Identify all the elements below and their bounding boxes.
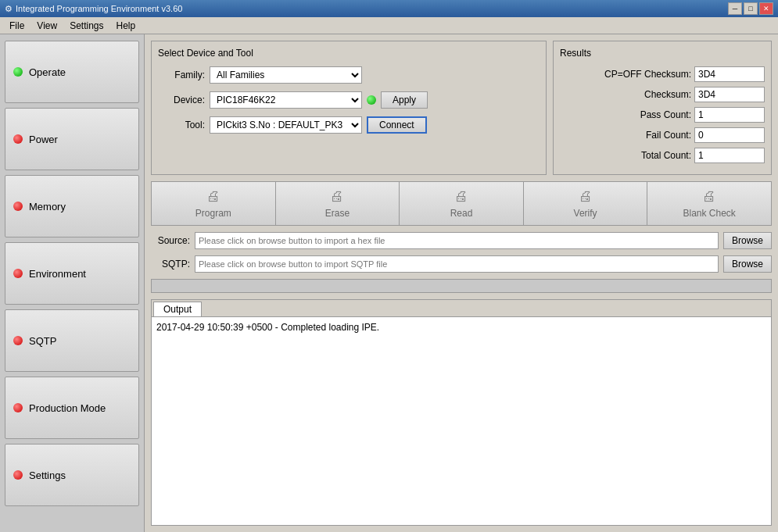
- checksum-cpoff-value[interactable]: [694, 66, 765, 82]
- pass-count-value[interactable]: [694, 107, 765, 123]
- read-icon: 🖨: [454, 188, 468, 205]
- power-label: Power: [29, 134, 58, 145]
- sqtp-row: SQTP: Browse: [151, 255, 772, 273]
- main-layout: Operate Power Memory Environment SQTP Pr…: [0, 34, 778, 532]
- sidebar: Operate Power Memory Environment SQTP Pr…: [0, 34, 145, 532]
- environment-status-dot: [13, 269, 23, 278]
- operate-status-dot: [13, 67, 23, 77]
- sqtp-label: SQTP: [29, 335, 56, 347]
- erase-label: Erase: [325, 208, 350, 219]
- apply-button[interactable]: Apply: [381, 91, 428, 109]
- verify-label: Verify: [574, 208, 597, 219]
- sidebar-item-sqtp[interactable]: SQTP: [5, 309, 139, 372]
- results-title: Results: [560, 48, 765, 59]
- close-button[interactable]: ✕: [759, 2, 773, 15]
- sidebar-item-settings[interactable]: Settings: [5, 444, 139, 506]
- settings-label: Settings: [29, 470, 66, 481]
- production-mode-label: Production Mode: [29, 402, 106, 414]
- family-label: Family:: [158, 70, 205, 80]
- pass-count-label: Pass Count:: [560, 109, 691, 120]
- source-input[interactable]: [195, 232, 719, 249]
- read-button[interactable]: 🖨 Read: [400, 182, 524, 225]
- output-panel: Output 2017-04-29 10:50:39 +0500 - Compl…: [151, 299, 772, 526]
- verify-icon: 🖨: [579, 188, 593, 205]
- result-row-total: Total Count:: [560, 148, 765, 163]
- fail-count-label: Fail Count:: [560, 130, 691, 141]
- result-row-fail: Fail Count:: [560, 127, 765, 143]
- program-label: Program: [195, 208, 231, 219]
- result-row-pass: Pass Count:: [560, 107, 765, 123]
- program-icon: 🖨: [206, 188, 220, 205]
- menu-help[interactable]: Help: [110, 19, 142, 33]
- erase-icon: 🖨: [330, 188, 344, 205]
- device-select[interactable]: PIC18F46K22: [210, 91, 362, 109]
- content-area: Select Device and Tool Family: All Famil…: [145, 34, 778, 532]
- app-icon: ⚙: [5, 4, 13, 14]
- total-count-label: Total Count:: [560, 150, 691, 161]
- settings-status-dot: [13, 470, 23, 480]
- environment-label: Environment: [29, 268, 86, 280]
- checksum-label: Checksum:: [560, 89, 691, 100]
- sidebar-item-power[interactable]: Power: [5, 108, 139, 170]
- restore-button[interactable]: □: [744, 2, 758, 15]
- sqtp-input[interactable]: [195, 255, 719, 273]
- memory-status-dot: [13, 202, 23, 211]
- tool-select[interactable]: PICkit3 S.No : DEFAULT_PK3: [210, 116, 362, 134]
- source-browse-button[interactable]: Browse: [723, 232, 772, 249]
- menu-file[interactable]: File: [3, 19, 30, 33]
- output-tab-bar: Output: [152, 300, 771, 317]
- device-label: Device:: [158, 95, 205, 105]
- output-content: 2017-04-29 10:50:39 +0500 - Completed lo…: [152, 317, 771, 525]
- fail-count-value[interactable]: [694, 127, 765, 143]
- blank-check-button[interactable]: 🖨 Blank Check: [647, 182, 771, 225]
- sqtp-label: SQTP:: [151, 259, 190, 270]
- family-row: Family: All Families: [158, 66, 540, 84]
- blank-check-label: Blank Check: [683, 208, 735, 219]
- tool-label: Tool:: [158, 120, 205, 130]
- program-button[interactable]: 🖨 Program: [152, 182, 276, 225]
- power-status-dot: [13, 134, 23, 144]
- results-panel: Results CP=OFF Checksum: Checksum: Pass …: [553, 41, 772, 175]
- output-tab[interactable]: Output: [153, 302, 202, 316]
- memory-label: Memory: [29, 201, 66, 212]
- menu-settings[interactable]: Settings: [63, 19, 109, 33]
- tool-row: Tool: PICkit3 S.No : DEFAULT_PK3 Connect: [158, 116, 540, 134]
- connect-button[interactable]: Connect: [367, 116, 427, 134]
- sidebar-item-memory[interactable]: Memory: [5, 175, 139, 237]
- sidebar-item-production-mode[interactable]: Production Mode: [5, 377, 139, 439]
- blank-check-icon: 🖨: [702, 188, 716, 205]
- sqtp-status-dot: [13, 336, 23, 345]
- title-bar-left: ⚙ Integrated Programming Environment v3.…: [5, 4, 182, 14]
- top-panels: Select Device and Tool Family: All Famil…: [151, 41, 772, 175]
- minimize-button[interactable]: ─: [728, 2, 742, 15]
- erase-button[interactable]: 🖨 Erase: [276, 182, 400, 225]
- menu-view[interactable]: View: [30, 19, 63, 33]
- checksum-cpoff-label: CP=OFF Checksum:: [560, 69, 691, 80]
- operate-label: Operate: [29, 66, 66, 78]
- total-count-value[interactable]: [694, 148, 765, 163]
- production-mode-status-dot: [13, 403, 23, 412]
- verify-button[interactable]: 🖨 Verify: [524, 182, 648, 225]
- output-log-text: 2017-04-29 10:50:39 +0500 - Completed lo…: [156, 322, 379, 333]
- menu-bar: File View Settings Help: [0, 17, 778, 34]
- device-row: Device: PIC18F46K22 Apply: [158, 91, 540, 109]
- result-row-checksum-cpoff: CP=OFF Checksum:: [560, 66, 765, 82]
- title-bar-controls: ─ □ ✕: [728, 2, 773, 15]
- source-row: Source: Browse: [151, 232, 772, 249]
- action-buttons: 🖨 Program 🖨 Erase 🖨 Read 🖨 Verify 🖨 Blan…: [151, 181, 772, 226]
- device-panel-title: Select Device and Tool: [158, 48, 540, 59]
- sqtp-browse-button[interactable]: Browse: [723, 255, 772, 273]
- app-title: Integrated Programming Environment v3.60: [16, 4, 182, 13]
- title-bar: ⚙ Integrated Programming Environment v3.…: [0, 0, 778, 17]
- result-row-checksum: Checksum:: [560, 87, 765, 102]
- source-label: Source:: [151, 235, 190, 246]
- sidebar-item-operate[interactable]: Operate: [5, 41, 139, 103]
- sidebar-item-environment[interactable]: Environment: [5, 242, 139, 305]
- family-select[interactable]: All Families: [210, 66, 362, 84]
- progress-area: [151, 279, 772, 293]
- read-label: Read: [450, 208, 473, 219]
- device-connected-dot: [367, 95, 376, 105]
- device-panel: Select Device and Tool Family: All Famil…: [151, 41, 547, 175]
- checksum-value[interactable]: [694, 87, 765, 102]
